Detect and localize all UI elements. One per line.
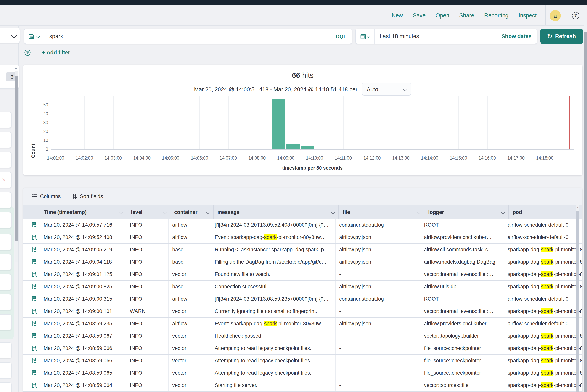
column-header-level[interactable]: level: [127, 205, 170, 219]
expand-row-button[interactable]: [28, 354, 40, 366]
expand-row-button[interactable]: [28, 231, 40, 243]
chevron-down-icon: [36, 34, 40, 38]
cell-time: Mar 20, 2024 @ 14:09:00.101: [40, 305, 126, 317]
histogram-bar[interactable]: [301, 146, 314, 149]
inspect-document-icon: [31, 296, 37, 302]
cell-container: vector: [169, 354, 211, 366]
gridline: [200, 96, 200, 149]
cell-logger: vector::internal_events::file::…: [420, 268, 504, 280]
cell-message: Found new file to watch.: [211, 268, 336, 280]
field-item[interactable]: [0, 132, 12, 148]
column-header-message[interactable]: message: [214, 205, 339, 219]
field-item[interactable]: [0, 212, 12, 228]
highlight: spark: [541, 308, 554, 314]
expand-row-button[interactable]: [28, 244, 40, 256]
interval-select[interactable]: Auto: [362, 83, 412, 96]
nav-save[interactable]: Save: [413, 12, 426, 18]
table-row: Mar 20, 2024 @ 14:08:59.066INFOvectorAtt…: [23, 354, 582, 367]
cell-pod: airflow-scheduler-default-0: [504, 231, 582, 243]
plot-area[interactable]: [51, 96, 574, 150]
remove-field-icon[interactable]: ×: [0, 172, 11, 188]
add-filter-button[interactable]: + Add filter: [42, 49, 70, 56]
column-header-pod[interactable]: pod: [509, 205, 582, 219]
field-item[interactable]: [0, 274, 12, 290]
search-input[interactable]: [44, 33, 336, 39]
cell-logger: vector::sources::file: [420, 379, 504, 391]
table-scrollbar[interactable]: ▲: [576, 205, 579, 392]
histogram-bar[interactable]: [286, 144, 300, 149]
field-item[interactable]: [0, 234, 12, 250]
saved-query-menu-button[interactable]: [24, 29, 44, 44]
scroll-up-icon[interactable]: ▲: [576, 206, 579, 208]
field-item[interactable]: [0, 152, 12, 168]
field-item[interactable]: [0, 342, 12, 358]
expand-row-button[interactable]: [28, 305, 40, 317]
time-range-value[interactable]: Last 18 minutes: [375, 33, 502, 39]
nav-reporting[interactable]: Reporting: [484, 12, 508, 18]
nav-open[interactable]: Open: [436, 12, 449, 18]
sidebar-scrollbar[interactable]: [15, 71, 18, 262]
refresh-icon: ↻: [547, 32, 552, 40]
expand-row-button[interactable]: [28, 318, 40, 330]
column-header-logger[interactable]: logger: [424, 205, 509, 219]
scroll-up-icon[interactable]: ▲: [15, 66, 17, 69]
cell-file: -: [336, 268, 420, 280]
columns-button[interactable]: Columns: [32, 194, 61, 199]
nav-inspect[interactable]: Inspect: [518, 12, 537, 18]
avatar[interactable]: a: [550, 10, 561, 21]
show-dates-button[interactable]: Show dates: [502, 33, 537, 39]
highlight: spark: [541, 247, 554, 252]
cell-container: vector: [169, 367, 211, 379]
inspect-document-icon: [31, 259, 37, 265]
field-item[interactable]: [0, 314, 12, 330]
expand-row-button[interactable]: [28, 219, 40, 231]
cell-logger: vector::topology::builder: [420, 330, 504, 342]
cell-file: -: [336, 342, 420, 354]
cell-level: INFO: [126, 293, 169, 305]
expand-row-button[interactable]: [28, 268, 40, 280]
expand-row-button[interactable]: [28, 280, 40, 292]
gridline: [142, 96, 142, 149]
cell-file: airflow.py.json: [336, 231, 420, 243]
column-header-time--timestamp-[interactable]: Time (timestamp): [40, 205, 127, 219]
highlight: spark: [541, 284, 554, 290]
query-language-button[interactable]: DQL: [336, 33, 352, 39]
page-scrollbar[interactable]: [584, 6, 587, 392]
column-header-container[interactable]: container: [170, 205, 214, 219]
expand-row-button[interactable]: [28, 367, 40, 379]
cell-level: INFO: [126, 256, 169, 268]
filter-icon[interactable]: [24, 49, 31, 56]
sort-fields-button[interactable]: Sort fields: [72, 194, 103, 199]
y-tick-label: 20: [34, 129, 48, 134]
cell-level: WARN: [126, 305, 169, 317]
table-row: Mar 20, 2024 @ 14:09:00.315INFOairflow[▯…: [23, 293, 582, 305]
field-item[interactable]: [0, 294, 12, 310]
expand-row-button[interactable]: [28, 379, 40, 391]
refresh-button[interactable]: ↻ Refresh: [540, 28, 583, 44]
help-icon[interactable]: ?: [572, 12, 579, 19]
expand-row-button[interactable]: [28, 330, 40, 342]
sidebar-collapse-button[interactable]: [0, 28, 20, 43]
field-item[interactable]: [0, 192, 12, 208]
column-header-file[interactable]: file: [339, 205, 424, 219]
nav-share[interactable]: Share: [459, 12, 474, 18]
field-item[interactable]: [0, 254, 12, 270]
filter-bar: — + Add filter: [24, 48, 70, 56]
y-tick-label: 50: [34, 102, 48, 107]
field-item[interactable]: [0, 362, 12, 378]
sidebar-scrollbar-thumb[interactable]: [15, 76, 18, 241]
field-item[interactable]: [0, 112, 12, 128]
table-scrollbar-thumb[interactable]: [576, 211, 579, 392]
expand-row-button[interactable]: [28, 293, 40, 305]
page-scrollbar-thumb[interactable]: [584, 32, 587, 392]
top-navigation: New Save Open Share Reporting Inspect a …: [0, 6, 587, 26]
expand-row-button[interactable]: [28, 256, 40, 268]
expand-row-button[interactable]: [28, 342, 40, 354]
field-item[interactable]: ×: [0, 172, 12, 188]
histogram-bar[interactable]: [272, 99, 286, 149]
hits-count: 66: [292, 71, 300, 80]
nav-new[interactable]: New: [392, 12, 403, 18]
table-row: Mar 20, 2024 @ 14:09:52.408INFOairflowEv…: [23, 231, 582, 244]
field-item[interactable]: [0, 382, 12, 392]
date-quick-menu-button[interactable]: [356, 29, 375, 44]
